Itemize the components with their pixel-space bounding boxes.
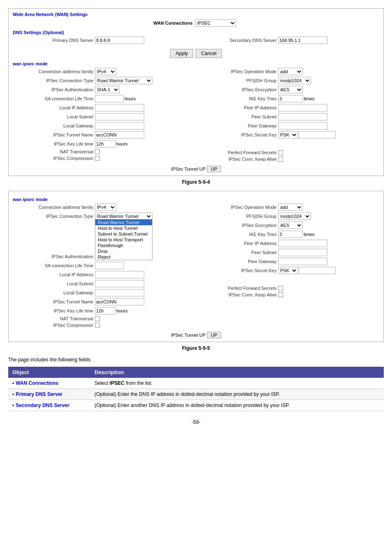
dropdown-item-passthrough[interactable]: Passthrough xyxy=(95,243,152,248)
peer-ip-label: Peer IP Address xyxy=(196,105,278,110)
local-subnet-input[interactable] xyxy=(95,113,144,120)
f2-ipsec-op-mode-select[interactable]: add xyxy=(278,204,303,211)
wan-connections-select[interactable]: IPSEC xyxy=(195,19,236,27)
primary-dns-label: Primary DNS Server xyxy=(13,38,95,43)
ipsec-op-mode-label: IPSec Operation Mode xyxy=(196,69,278,74)
ipsec-auth-select[interactable]: SHA-1 xyxy=(95,86,120,93)
dropdown-item-host-transport[interactable]: Host to Host Transport xyxy=(95,237,152,243)
f2-ipsec-tunnel-name-input[interactable] xyxy=(95,298,144,305)
peer-gw-input[interactable] xyxy=(278,122,327,130)
ipsec-compression-checkbox[interactable] xyxy=(95,156,100,161)
f2-ipsec-op-mode-label: IPSec Operation Mode xyxy=(196,205,278,210)
f2-sa-life-input[interactable] xyxy=(95,262,124,269)
nat-traversal-label: NAT Transversal xyxy=(13,149,95,154)
nat-traversal-checkbox[interactable] xyxy=(95,149,100,154)
psk-select[interactable]: PSK xyxy=(278,131,298,139)
local-ip-input[interactable] xyxy=(95,104,144,111)
f2-peer-subnet-input[interactable] xyxy=(278,249,327,256)
wan-settings-title: Wide Area Network (WAN) Settings xyxy=(13,12,379,17)
figure-554-panel: Wide Area Network (WAN) Settings WAN Con… xyxy=(8,8,384,176)
f2-tunnel-up-button[interactable]: UP xyxy=(207,332,221,338)
f2-ipsec-keep-alive-row: IPSec Conn. Keep Alive xyxy=(196,292,379,297)
tunnel-up-label: IPSec Tunnel UP xyxy=(171,166,205,171)
local-ip-row: Local IP Address xyxy=(13,104,196,111)
ipsec-secret-key-label: IPSec Secret Key xyxy=(196,132,278,137)
sa-life-input[interactable] xyxy=(95,95,124,102)
f2-ipsec-compression-checkbox[interactable] xyxy=(95,323,100,328)
f2-peer-gw-input[interactable] xyxy=(278,258,327,265)
f2-pfs-checkbox[interactable] xyxy=(278,286,283,291)
f2-local-ip-input[interactable] xyxy=(95,271,144,278)
pfs-label: Perfect Forward Secrets xyxy=(196,150,278,155)
ike-key-tries-row: IKE Key Tries times xyxy=(196,95,379,102)
f2-local-gw-input[interactable] xyxy=(95,289,144,296)
f2-ipsec-key-life-unit: hours xyxy=(116,308,128,313)
f2-pfsidh-group-select[interactable]: modp1024 xyxy=(278,213,311,220)
peer-subnet-row: Peer Subnet xyxy=(196,113,379,120)
bullet-icon: • xyxy=(12,391,14,397)
f2-conn-addr-family-label: Connection addrress family xyxy=(13,205,95,210)
f2-local-gw-row: Local Gateway xyxy=(13,289,196,296)
conn-addr-family-select[interactable]: IPv4 xyxy=(95,68,116,75)
ipsec-secret-key-input[interactable] xyxy=(299,131,336,139)
f2-conn-addr-family-select[interactable]: IPv4 xyxy=(95,204,116,211)
ipsec-op-mode-select[interactable]: add xyxy=(278,68,303,75)
f2-peer-gw-row: Peer Gateway xyxy=(196,258,379,265)
local-gw-input[interactable] xyxy=(95,122,144,130)
cancel-button[interactable]: Cancel xyxy=(196,49,221,58)
dropdown-item-road-warrior[interactable]: Road Warrior Tunnel xyxy=(95,220,152,225)
f2-tunnel-up-row: IPSec Tunnel UP UP xyxy=(13,332,379,338)
page-number: -59- xyxy=(8,419,384,425)
f2-pfsidh-group-row: PFS|DH Group modp1024 xyxy=(196,213,379,220)
ipsec-key-life-input[interactable] xyxy=(95,140,115,148)
tunnel-up-button[interactable]: UP xyxy=(207,166,221,172)
table-cell-primary-dns-label: • Primary DNS Server xyxy=(8,389,90,400)
ipsec-conn-type-select[interactable]: Road Warrior Tunnel xyxy=(95,77,152,84)
dropdown-item-reject[interactable]: Reject xyxy=(95,254,152,260)
f2-ipsec-secret-key-label: IPSec Secret Key xyxy=(196,268,278,273)
pfs-checkbox[interactable] xyxy=(278,150,283,155)
peer-subnet-input[interactable] xyxy=(278,113,327,120)
f2-ipsec-key-life-input[interactable] xyxy=(95,307,115,314)
ike-key-tries-input[interactable] xyxy=(278,95,303,102)
pfsidh-group-select[interactable]: modp1024 xyxy=(278,77,311,84)
ipsec-key-life-label: IPSec Key Life time xyxy=(13,141,95,146)
f2-ipsec-enc-select[interactable]: AES xyxy=(278,222,303,229)
f2-local-subnet-input[interactable] xyxy=(95,280,144,287)
f2-local-ip-label: Local IP Address xyxy=(13,272,95,277)
ipsec-auth-label: IPSec Authentication xyxy=(13,87,95,92)
primary-dns-row: Primary DNS Server xyxy=(13,37,196,44)
primary-dns-col: Primary DNS Server xyxy=(13,37,196,46)
f2-ipsec-compression-row: IPSec Compression xyxy=(13,323,196,328)
figure2-left-col: Connection addrress family IPv4 IPSec Co… xyxy=(13,204,196,329)
f2-peer-ip-label: Peer IP Address xyxy=(196,241,278,246)
dns-section-title: DNS Settings (Optional) xyxy=(13,30,379,35)
ipsec-tunnel-name-input[interactable] xyxy=(95,131,144,139)
f2-ike-key-tries-label: IKE Key Tries xyxy=(196,232,278,237)
secondary-dns-input[interactable] xyxy=(278,37,327,44)
pfs-row: Perfect Forward Secrets xyxy=(196,150,379,155)
peer-ip-input[interactable] xyxy=(278,104,327,111)
dropdown-item-host-host[interactable]: Host to Host Tunnel xyxy=(95,225,152,231)
ipsec-keep-alive-checkbox[interactable] xyxy=(278,157,283,162)
figure2-section-title: wan ipsec mode xyxy=(13,197,379,202)
f2-ipsec-keep-alive-checkbox[interactable] xyxy=(278,292,283,297)
f2-peer-ip-input[interactable] xyxy=(278,240,327,247)
ipsec-op-mode-row: IPSec Operation Mode add xyxy=(196,68,379,75)
f2-local-gw-label: Local Gateway xyxy=(13,290,95,295)
primary-dns-bullet-label: • Primary DNS Server xyxy=(12,391,86,397)
ipsec-main: Connection addrress family IPv4 IPSec Co… xyxy=(13,68,379,163)
f2-ike-key-tries-input[interactable] xyxy=(278,231,303,238)
f2-ipsec-secret-key-input[interactable] xyxy=(299,267,336,274)
figure-554-caption: Figure 5-5-4 xyxy=(8,179,384,185)
f2-nat-traversal-checkbox[interactable] xyxy=(95,316,100,321)
apply-button[interactable]: Apply xyxy=(170,49,193,58)
wan-conn-bullet-label: • WAN Connections xyxy=(12,380,86,386)
ipsec-enc-select[interactable]: AES xyxy=(278,86,303,93)
dropdown-item-drop[interactable]: Drop xyxy=(95,248,152,254)
f2-peer-subnet-label: Peer Subnet xyxy=(196,250,278,255)
primary-dns-input[interactable] xyxy=(95,37,144,44)
f2-psk-select[interactable]: PSK xyxy=(278,267,298,274)
pfsidh-group-label: PFS|DH Group xyxy=(196,78,278,83)
dropdown-item-subnet-subnet[interactable]: Subnet to Subnet Tunnel xyxy=(95,231,152,237)
